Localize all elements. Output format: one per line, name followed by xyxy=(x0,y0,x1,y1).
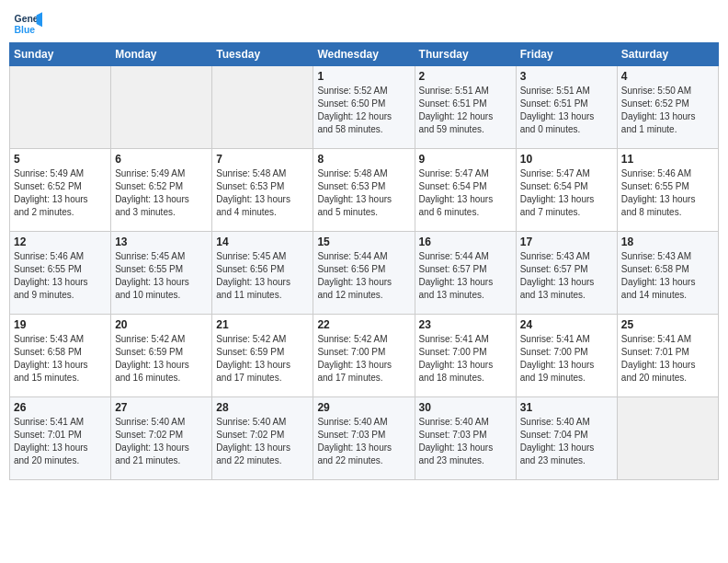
calendar-cell: 17Sunrise: 5:43 AM Sunset: 6:57 PM Dayli… xyxy=(516,232,617,315)
day-number: 17 xyxy=(520,236,613,248)
day-number: 27 xyxy=(115,401,208,414)
day-number: 22 xyxy=(317,318,410,331)
calendar-cell: 21Sunrise: 5:42 AM Sunset: 6:59 PM Dayli… xyxy=(212,315,313,397)
calendar-cell: 11Sunrise: 5:46 AM Sunset: 6:55 PM Dayli… xyxy=(617,149,718,232)
calendar-week-2: 5Sunrise: 5:49 AM Sunset: 6:52 PM Daylig… xyxy=(10,149,719,232)
calendar-cell: 29Sunrise: 5:40 AM Sunset: 7:03 PM Dayli… xyxy=(313,397,415,480)
day-number: 6 xyxy=(115,153,208,166)
day-content: Sunrise: 5:46 AM Sunset: 6:55 PM Dayligh… xyxy=(621,167,714,219)
calendar-cell: 20Sunrise: 5:42 AM Sunset: 6:59 PM Dayli… xyxy=(111,315,212,397)
calendar-cell: 1Sunrise: 5:52 AM Sunset: 6:50 PM Daylig… xyxy=(313,66,415,149)
day-content: Sunrise: 5:41 AM Sunset: 7:01 PM Dayligh… xyxy=(14,416,107,467)
calendar-cell: 4Sunrise: 5:50 AM Sunset: 6:52 PM Daylig… xyxy=(617,66,718,149)
calendar-cell: 12Sunrise: 5:46 AM Sunset: 6:55 PM Dayli… xyxy=(10,232,111,315)
calendar-cell: 15Sunrise: 5:44 AM Sunset: 6:56 PM Dayli… xyxy=(313,232,415,315)
calendar-cell: 6Sunrise: 5:49 AM Sunset: 6:52 PM Daylig… xyxy=(111,149,212,232)
day-number: 29 xyxy=(317,401,410,414)
day-header-thursday: Thursday xyxy=(415,43,516,66)
calendar-cell: 25Sunrise: 5:41 AM Sunset: 7:01 PM Dayli… xyxy=(617,315,718,397)
calendar-cell: 23Sunrise: 5:41 AM Sunset: 7:00 PM Dayli… xyxy=(415,315,516,397)
day-content: Sunrise: 5:46 AM Sunset: 6:55 PM Dayligh… xyxy=(14,250,107,302)
calendar-cell: 19Sunrise: 5:43 AM Sunset: 6:58 PM Dayli… xyxy=(10,315,111,397)
calendar-table: SundayMondayTuesdayWednesdayThursdayFrid… xyxy=(9,42,719,480)
day-content: Sunrise: 5:47 AM Sunset: 6:54 PM Dayligh… xyxy=(520,167,613,219)
day-number: 21 xyxy=(216,318,309,331)
calendar-cell: 30Sunrise: 5:40 AM Sunset: 7:03 PM Dayli… xyxy=(415,397,516,480)
day-number: 11 xyxy=(621,153,714,166)
calendar-week-4: 19Sunrise: 5:43 AM Sunset: 6:58 PM Dayli… xyxy=(10,315,719,397)
logo-icon: General Blue xyxy=(13,9,42,39)
day-content: Sunrise: 5:43 AM Sunset: 6:57 PM Dayligh… xyxy=(520,250,613,302)
day-header-wednesday: Wednesday xyxy=(313,43,415,66)
day-number: 12 xyxy=(14,236,107,248)
day-content: Sunrise: 5:41 AM Sunset: 7:01 PM Dayligh… xyxy=(621,333,714,385)
day-content: Sunrise: 5:40 AM Sunset: 7:04 PM Dayligh… xyxy=(520,416,613,467)
day-content: Sunrise: 5:48 AM Sunset: 6:53 PM Dayligh… xyxy=(317,167,410,219)
day-content: Sunrise: 5:44 AM Sunset: 6:57 PM Dayligh… xyxy=(419,250,512,302)
day-content: Sunrise: 5:45 AM Sunset: 6:56 PM Dayligh… xyxy=(216,250,309,302)
calendar-cell: 5Sunrise: 5:49 AM Sunset: 6:52 PM Daylig… xyxy=(10,149,111,232)
calendar-cell: 26Sunrise: 5:41 AM Sunset: 7:01 PM Dayli… xyxy=(10,397,111,480)
svg-text:Blue: Blue xyxy=(15,25,36,35)
day-content: Sunrise: 5:41 AM Sunset: 7:00 PM Dayligh… xyxy=(419,333,512,385)
calendar-cell xyxy=(111,66,212,149)
day-number: 31 xyxy=(520,401,613,414)
day-header-monday: Monday xyxy=(111,43,212,66)
day-content: Sunrise: 5:40 AM Sunset: 7:03 PM Dayligh… xyxy=(317,416,410,467)
day-header-saturday: Saturday xyxy=(617,43,718,66)
day-number: 16 xyxy=(419,236,512,248)
day-content: Sunrise: 5:44 AM Sunset: 6:56 PM Dayligh… xyxy=(317,250,410,302)
calendar-cell: 27Sunrise: 5:40 AM Sunset: 7:02 PM Dayli… xyxy=(111,397,212,480)
calendar-cell: 7Sunrise: 5:48 AM Sunset: 6:53 PM Daylig… xyxy=(212,149,313,232)
calendar-cell: 13Sunrise: 5:45 AM Sunset: 6:55 PM Dayli… xyxy=(111,232,212,315)
calendar-cell xyxy=(212,66,313,149)
page-header: General Blue xyxy=(9,9,719,39)
calendar-cell: 2Sunrise: 5:51 AM Sunset: 6:51 PM Daylig… xyxy=(415,66,516,149)
calendar-cell xyxy=(10,66,111,149)
day-content: Sunrise: 5:45 AM Sunset: 6:55 PM Dayligh… xyxy=(115,250,208,302)
day-content: Sunrise: 5:42 AM Sunset: 6:59 PM Dayligh… xyxy=(115,333,208,385)
calendar-cell: 18Sunrise: 5:43 AM Sunset: 6:58 PM Dayli… xyxy=(617,232,718,315)
day-content: Sunrise: 5:49 AM Sunset: 6:52 PM Dayligh… xyxy=(115,167,208,219)
day-content: Sunrise: 5:50 AM Sunset: 6:52 PM Dayligh… xyxy=(621,85,714,136)
day-content: Sunrise: 5:40 AM Sunset: 7:02 PM Dayligh… xyxy=(216,416,309,467)
day-content: Sunrise: 5:52 AM Sunset: 6:50 PM Dayligh… xyxy=(317,85,410,136)
day-content: Sunrise: 5:43 AM Sunset: 6:58 PM Dayligh… xyxy=(621,250,714,302)
calendar-cell: 28Sunrise: 5:40 AM Sunset: 7:02 PM Dayli… xyxy=(212,397,313,480)
calendar-cell: 31Sunrise: 5:40 AM Sunset: 7:04 PM Dayli… xyxy=(516,397,617,480)
day-number: 19 xyxy=(14,318,107,331)
day-number: 5 xyxy=(14,153,107,166)
day-content: Sunrise: 5:48 AM Sunset: 6:53 PM Dayligh… xyxy=(216,167,309,219)
day-content: Sunrise: 5:49 AM Sunset: 6:52 PM Dayligh… xyxy=(14,167,107,219)
day-content: Sunrise: 5:41 AM Sunset: 7:00 PM Dayligh… xyxy=(520,333,613,385)
day-number: 1 xyxy=(317,70,410,83)
calendar-header: SundayMondayTuesdayWednesdayThursdayFrid… xyxy=(10,43,719,66)
day-number: 8 xyxy=(317,153,410,166)
calendar-cell: 14Sunrise: 5:45 AM Sunset: 6:56 PM Dayli… xyxy=(212,232,313,315)
calendar-week-1: 1Sunrise: 5:52 AM Sunset: 6:50 PM Daylig… xyxy=(10,66,719,149)
day-header-tuesday: Tuesday xyxy=(212,43,313,66)
day-number: 20 xyxy=(115,318,208,331)
day-number: 30 xyxy=(419,401,512,414)
day-number: 15 xyxy=(317,236,410,248)
day-header-friday: Friday xyxy=(516,43,617,66)
day-content: Sunrise: 5:40 AM Sunset: 7:02 PM Dayligh… xyxy=(115,416,208,467)
calendar-cell: 10Sunrise: 5:47 AM Sunset: 6:54 PM Dayli… xyxy=(516,149,617,232)
calendar-week-5: 26Sunrise: 5:41 AM Sunset: 7:01 PM Dayli… xyxy=(10,397,719,480)
day-content: Sunrise: 5:47 AM Sunset: 6:54 PM Dayligh… xyxy=(419,167,512,219)
calendar-cell: 8Sunrise: 5:48 AM Sunset: 6:53 PM Daylig… xyxy=(313,149,415,232)
day-number: 13 xyxy=(115,236,208,248)
day-number: 25 xyxy=(621,318,714,331)
day-number: 2 xyxy=(419,70,512,83)
day-number: 23 xyxy=(419,318,512,331)
day-number: 10 xyxy=(520,153,613,166)
day-number: 24 xyxy=(520,318,613,331)
calendar-cell: 3Sunrise: 5:51 AM Sunset: 6:51 PM Daylig… xyxy=(516,66,617,149)
day-content: Sunrise: 5:51 AM Sunset: 6:51 PM Dayligh… xyxy=(419,85,512,136)
day-number: 4 xyxy=(621,70,714,83)
day-header-sunday: Sunday xyxy=(10,43,111,66)
day-number: 28 xyxy=(216,401,309,414)
calendar-cell xyxy=(617,397,718,480)
day-number: 18 xyxy=(621,236,714,248)
calendar-cell: 22Sunrise: 5:42 AM Sunset: 7:00 PM Dayli… xyxy=(313,315,415,397)
